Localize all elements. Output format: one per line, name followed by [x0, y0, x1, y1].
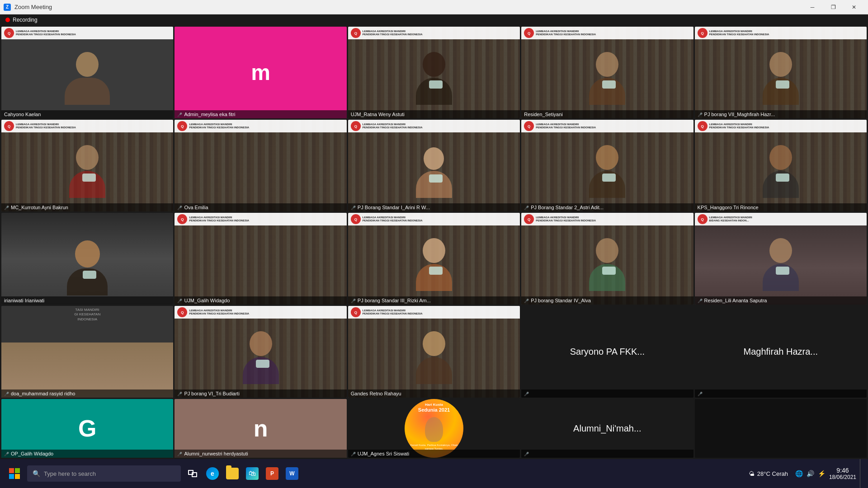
lam-logo-13: Q [351, 214, 361, 224]
lam-text-3: LEMBAGA AKREDITASI MANDIRIPENDIDIKAN TIN… [363, 30, 423, 36]
participant-cell-22: n Alumni_nurwestri herdyastuti [175, 399, 346, 458]
participant-cell-3: Q LEMBAGA AKREDITASI MANDIRIPENDIDIKAN T… [348, 27, 520, 118]
lam-text-15: LEMBAGA AKREDITASI MANDIRIBIDANG KESEHAT… [709, 216, 752, 222]
participant-label-16: doa_muhammad rasyid ridho [11, 391, 75, 396]
recording-dot [5, 18, 10, 22]
volume-icon[interactable]: 🔊 [807, 470, 814, 477]
folder-icon [226, 468, 239, 479]
lam-text-12: LEMBAGA AKREDITASI MANDIRIPENDIDIKAN TIN… [189, 216, 249, 222]
restore-button[interactable]: ❐ [823, 0, 844, 14]
participant-cell-11: irianiwati Irianiwati [1, 213, 173, 305]
mic-icon-7 [177, 205, 182, 210]
mic-icon-13 [351, 298, 356, 303]
participant-name-21: OP_Galih Widagdo [1, 450, 173, 458]
participant-cell-25 [695, 399, 867, 458]
clock[interactable]: 9:46 18/06/2021 [829, 467, 856, 480]
participant-name-19 [521, 389, 693, 398]
titlebar-title: Zoom Meeting [14, 4, 52, 10]
clock-time: 9:46 [829, 467, 856, 474]
weather-widget[interactable]: 🌤 28°C Cerah [749, 470, 788, 477]
start-button[interactable] [4, 459, 25, 488]
mic-icon-5 [698, 112, 703, 117]
participant-label-17: PJ borang VI_Tri Budiarti [184, 391, 239, 396]
mic-icon-22 [177, 451, 182, 456]
close-button[interactable]: ✕ [844, 0, 864, 14]
participant-cell-4: Q LEMBAGA AKREDITASI MANDIRIPENDIDIKAN T… [521, 27, 693, 118]
lam-header-9: Q LEMBAGA AKREDITASI MANDIRIPENDIDIKAN T… [521, 120, 693, 132]
participant-name-20 [695, 389, 867, 398]
taskbar-edge[interactable]: e [203, 459, 222, 488]
mic-icon-8 [351, 205, 356, 210]
participant-name-7: Ova Emilia [175, 203, 346, 211]
taskbar-word[interactable]: W [282, 459, 302, 488]
show-desktop-button[interactable] [860, 459, 863, 488]
taskbar-explorer[interactable] [222, 459, 242, 488]
lam-text-8: LEMBAGA AKREDITASI MANDIRIPENDIDIKAN TIN… [363, 123, 423, 129]
network-icon[interactable]: 🌐 [795, 470, 803, 477]
lam-header-1: Q LEMBAGA AKREDITASI MANDIRIPENDIDIKAN T… [1, 27, 173, 39]
mic-icon-14 [524, 298, 529, 303]
windows-logo [9, 468, 20, 479]
lam-header-18: Q LEMBAGA AKREDITASI MANDIRIPENDIDIKAN T… [348, 306, 520, 319]
participant-label-14: PJ borang Standar IV_Alva [531, 298, 591, 303]
participant-cell-18: Q LEMBAGA AKREDITASI MANDIRIPENDIDIKAN T… [348, 306, 520, 398]
powerpoint-icon: P [266, 467, 278, 480]
participant-label-5: PJ borang VII_Maghfirah Hazr... [704, 112, 775, 117]
lam-header-8: Q LEMBAGA AKREDITASI MANDIRIPENDIDIKAN T… [348, 120, 520, 132]
system-tray: 🌤 28°C Cerah 🌐 🔊 ⚡ 9:46 18/06/2021 [743, 459, 868, 488]
participant-label-4: Residen_Setiyani [524, 112, 563, 117]
word-icon: W [286, 467, 298, 480]
lam-header-15: Q LEMBAGA AKREDITASI MANDIRIBIDANG KESEH… [695, 213, 867, 225]
lam-text-6: LEMBAGA AKREDITASI MANDIRIPENDIDIKAN TIN… [16, 123, 76, 129]
lam-header-13: Q LEMBAGA AKREDITASI MANDIRIPENDIDIKAN T… [348, 213, 520, 225]
edge-icon: e [206, 467, 219, 480]
lam-header-7: Q LEMBAGA AKREDITASI MANDIRIPENDIDIKAN T… [175, 120, 346, 132]
taskbar-store[interactable]: 🛍 [242, 459, 262, 488]
participant-cell-12: Q LEMBAGA AKREDITASI MANDIRIPENDIDIKAN T… [175, 213, 346, 305]
lam-header-4: Q LEMBAGA AKREDITASI MANDIRIPENDIDIKAN T… [521, 27, 693, 39]
taskbar-powerpoint[interactable]: P [262, 459, 282, 488]
search-bar[interactable]: 🔍 Type here to search [27, 465, 181, 482]
task-view-icon [188, 470, 197, 477]
participant-label-10: KPS_Hanggoro Tri Rinonce [698, 205, 759, 210]
participant-name-12: UJM_Galih Widagdo [175, 296, 346, 305]
participant-name-5: PJ borang VII_Maghfirah Hazr... [695, 110, 867, 118]
lam-header-3: Q LEMBAGA AKREDITASI MANDIRIPENDIDIKAN T… [348, 27, 520, 39]
avatar-21: G [1, 399, 173, 458]
lam-header-17: Q LEMBAGA AKREDITASI MANDIRIPENDIDIKAN T… [175, 306, 346, 319]
task-view-button[interactable] [183, 459, 203, 488]
participant-name-14: PJ borang Standar IV_Alva [521, 296, 693, 305]
titlebar-left: Z Zoom Meeting [4, 4, 52, 11]
lam-header-6: Q LEMBAGA AKREDITASI MANDIRIPENDIDIKAN T… [1, 120, 173, 132]
participant-label-18: Gandes Retno Rahayu [351, 391, 401, 396]
lam-logo-15: Q [698, 214, 708, 224]
lam-header-5: Q LEMBAGA AKREDITASI MANDIRIPENDIDIKAN T… [695, 27, 867, 39]
participant-label-3: UJM_Ratna Weny Astuti [351, 112, 405, 117]
participant-cell-24: Alumni_Ni'mah... [521, 399, 693, 458]
avatar-22: n [175, 399, 346, 458]
lam-logo-5: Q [698, 28, 708, 38]
lam-logo-6: Q [4, 121, 14, 131]
lam-text-1: LEMBAGA AKREDITASI MANDIRIPENDIDIKAN TIN… [16, 30, 76, 36]
lam-header-12: Q LEMBAGA AKREDITASI MANDIRIPENDIDIKAN T… [175, 213, 346, 225]
participant-cell-21: G OP_Galih Widagdo [1, 399, 173, 458]
lam-text-17: LEMBAGA AKREDITASI MANDIRIPENDIDIKAN TIN… [189, 309, 249, 315]
titlebar: Z Zoom Meeting ─ ❐ ✕ [0, 0, 868, 14]
recording-bar: Recording [0, 14, 868, 25]
participant-cell-13: Q LEMBAGA AKREDITASI MANDIRIPENDIDIKAN T… [348, 213, 520, 305]
participant-cell-5: Q LEMBAGA AKREDITASI MANDIRIPENDIDIKAN T… [695, 27, 867, 118]
recording-label: Recording [13, 17, 38, 23]
lam-text-13: LEMBAGA AKREDITASI MANDIRIPENDIDIKAN TIN… [363, 216, 423, 222]
lam-logo-17: Q [177, 307, 187, 317]
search-input[interactable]: Type here to search [44, 470, 96, 477]
minimize-button[interactable]: ─ [802, 0, 823, 14]
participant-name-4: Residen_Setiyani [521, 110, 693, 118]
participant-name-15: Residen_Lili Ananta Saputra [695, 296, 867, 305]
mic-icon-20 [698, 391, 703, 396]
participant-name-6: MC_Kurrotun Ayni Bakrun [1, 203, 173, 211]
battery-icon[interactable]: ⚡ [818, 470, 826, 477]
participant-cell-8: Q LEMBAGA AKREDITASI MANDIRIPENDIDIKAN T… [348, 120, 520, 211]
participant-cell-6: Q LEMBAGA AKREDITASI MANDIRIPENDIDIKAN T… [1, 120, 173, 211]
weather-icon: 🌤 [749, 470, 755, 477]
participant-name-13: PJ borang Standar III_Rizki Am... [348, 296, 520, 305]
